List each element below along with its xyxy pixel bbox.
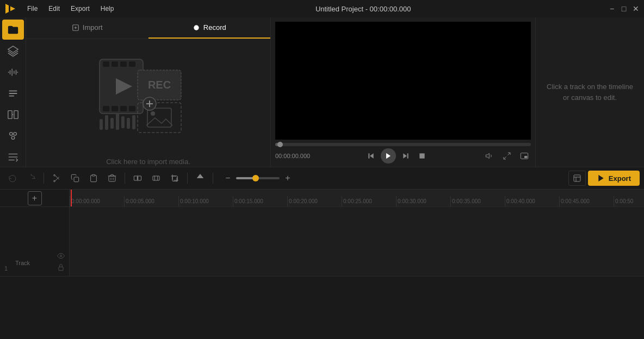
export-icon	[597, 174, 605, 183]
redo-button[interactable]	[23, 171, 39, 186]
paste-button[interactable]	[85, 171, 102, 186]
track-1-icons	[57, 252, 65, 273]
svg-rect-29	[147, 108, 171, 127]
menu-bar: File Edit Export Help	[23, 4, 118, 14]
menu-export[interactable]: Export	[66, 4, 94, 14]
import-icon	[72, 24, 79, 32]
ruler-mark-2: 0:00:10.000	[178, 196, 233, 206]
svg-marker-43	[386, 153, 391, 159]
marker-button[interactable]	[192, 171, 208, 186]
main-area: Import Record	[0, 17, 644, 167]
svg-point-53	[54, 174, 55, 176]
undo-button[interactable]	[4, 171, 21, 186]
svg-rect-40	[132, 115, 135, 129]
zoom-out-button[interactable]: −	[222, 172, 234, 184]
sidebar-item-media[interactable]	[2, 20, 24, 40]
svg-rect-46	[419, 153, 424, 158]
trim-icon	[152, 174, 160, 183]
menu-file[interactable]: File	[23, 4, 42, 14]
split-button[interactable]	[129, 171, 146, 186]
svg-line-48	[507, 153, 510, 155]
volume-button[interactable]	[483, 149, 496, 162]
sidebar-item-text[interactable]	[2, 83, 24, 103]
ruler-mark-8: 0:00:40.000	[505, 196, 559, 206]
track-1-name: Track	[15, 260, 30, 266]
delete-button[interactable]	[104, 171, 120, 186]
ruler-mark-10: 0:00:50	[614, 196, 644, 206]
eye-icon	[57, 252, 65, 260]
import-drop-area[interactable]: REC	[26, 39, 270, 167]
fullscreen-icon	[503, 152, 511, 160]
menu-help[interactable]: Help	[96, 4, 119, 14]
svg-text:REC: REC	[147, 79, 170, 91]
toolbar: − + Export	[0, 167, 644, 190]
separator-1	[44, 173, 44, 184]
svg-rect-62	[138, 176, 141, 180]
crop-button[interactable]	[166, 171, 183, 186]
minimize-button[interactable]: −	[608, 5, 616, 12]
tab-record[interactable]: Record	[148, 17, 271, 39]
copy-button[interactable]	[67, 171, 83, 186]
progress-handle[interactable]	[277, 142, 283, 147]
svg-marker-75	[598, 175, 603, 181]
time-display: 00:00:00.000	[275, 153, 310, 159]
maximize-button[interactable]: □	[620, 5, 628, 12]
stop-icon	[418, 152, 426, 160]
layers-icon	[7, 45, 19, 57]
zoom-slider[interactable]	[236, 177, 280, 179]
sidebar-item-transitions[interactable]	[2, 104, 24, 124]
svg-rect-18	[112, 61, 118, 67]
track-lock-button[interactable]	[57, 263, 65, 273]
export-button[interactable]: Export	[588, 171, 640, 186]
fullscreen-button[interactable]	[500, 149, 513, 162]
svg-marker-2	[8, 46, 17, 52]
stop-button[interactable]	[416, 149, 429, 162]
ruler-mark-3: 0:00:15.000	[233, 196, 287, 206]
svg-marker-44	[403, 153, 407, 158]
ruler-mark-9: 0:00:45.000	[559, 196, 614, 206]
playback-buttons	[364, 148, 429, 164]
import-hint-text: Click here to import media.	[106, 158, 190, 166]
zoom-slider-handle[interactable]	[252, 175, 259, 181]
skip-forward-button[interactable]	[399, 149, 412, 162]
zoom-control: − +	[222, 172, 294, 184]
tab-import[interactable]: Import	[26, 17, 148, 39]
record-icon	[193, 24, 200, 32]
content-panels: Import Record	[26, 17, 644, 167]
play-button[interactable]	[381, 148, 396, 164]
menu-edit[interactable]: Edit	[44, 4, 64, 14]
svg-rect-57	[92, 174, 95, 176]
svg-rect-72	[574, 175, 580, 181]
window-title: Untitled Project - 00:00:00.000	[315, 5, 411, 13]
close-button[interactable]: ✕	[632, 5, 640, 12]
playhead[interactable]	[71, 190, 72, 206]
progress-bar[interactable]	[275, 143, 531, 146]
template-icon	[573, 174, 581, 183]
svg-rect-1	[9, 5, 10, 12]
sidebar-item-more[interactable]	[2, 147, 24, 167]
paste-icon	[89, 174, 98, 183]
template-button[interactable]	[568, 171, 586, 186]
sidebar-item-audio[interactable]	[2, 62, 24, 82]
separator-3	[187, 173, 188, 184]
sidebar-item-effects[interactable]	[2, 41, 24, 61]
timeline-area: + 1 Track	[0, 190, 644, 277]
track-1-content[interactable]	[70, 207, 644, 277]
cut-icon	[52, 174, 61, 183]
zoom-in-button[interactable]: +	[282, 172, 294, 184]
pip-button[interactable]	[518, 149, 531, 162]
add-track-button[interactable]: +	[28, 191, 42, 205]
sidebar-item-filters[interactable]	[2, 125, 24, 146]
svg-rect-37	[116, 114, 119, 130]
track-visibility-button[interactable]	[57, 252, 65, 261]
trim-button[interactable]	[148, 171, 164, 186]
separator-2	[125, 173, 125, 184]
svg-rect-36	[110, 118, 114, 129]
cut-button[interactable]	[48, 171, 65, 186]
skip-back-button[interactable]	[364, 149, 377, 162]
play-icon	[385, 152, 392, 160]
right-controls	[483, 149, 531, 162]
volume-icon	[485, 152, 494, 160]
timeline-ruler[interactable]: 0:00:00.000 0:00:05.000 0:00:10.000 0:00…	[70, 190, 644, 207]
undo-icon	[8, 174, 17, 183]
